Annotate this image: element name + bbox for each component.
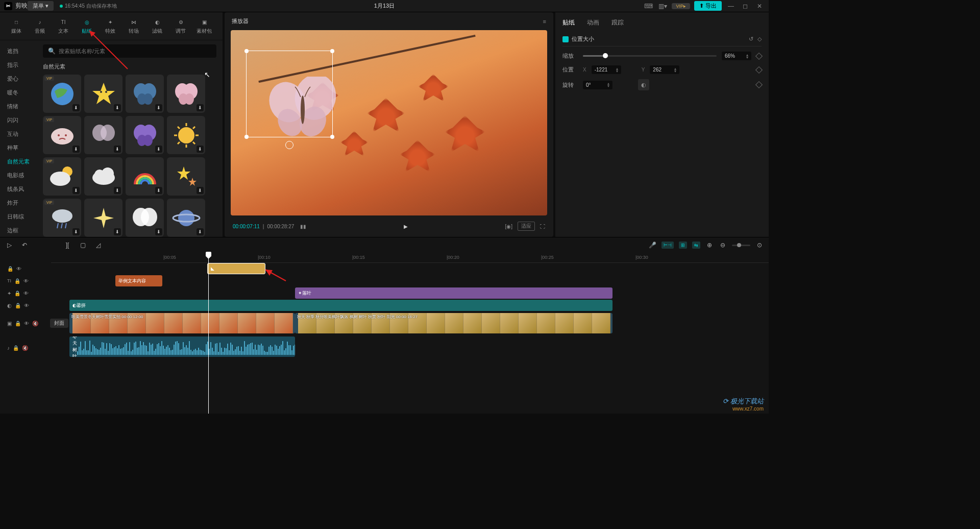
delete-icon[interactable]: ▢ bbox=[79, 241, 87, 249]
category-item[interactable]: 遮挡 bbox=[0, 44, 37, 58]
sticker-item[interactable]: ⬇ bbox=[126, 75, 164, 113]
download-icon[interactable]: ⬇ bbox=[72, 104, 80, 111]
x-input[interactable]: -1221▴▾ bbox=[592, 65, 621, 74]
maximize-icon[interactable]: ◻ bbox=[740, 2, 750, 10]
category-item[interactable]: 种草 bbox=[0, 141, 37, 155]
track-eye-icon[interactable]: 👁 bbox=[24, 321, 29, 326]
top-tab-调节[interactable]: ⚙调节 bbox=[169, 15, 192, 37]
track-lock-icon[interactable]: 🔒 bbox=[15, 303, 21, 308]
snap-icon[interactable]: ⊢⊣ bbox=[662, 242, 674, 249]
split-icon[interactable]: ]​[ bbox=[63, 241, 71, 249]
playhead[interactable] bbox=[208, 253, 209, 414]
section-checkbox[interactable] bbox=[562, 36, 569, 42]
sticker-item[interactable]: ⬇ bbox=[126, 116, 164, 154]
track-lock-icon[interactable]: 🔒 bbox=[14, 278, 20, 284]
sticker-item[interactable]: VIP⬇ bbox=[43, 157, 81, 196]
sticker-item[interactable]: VIP⬇ bbox=[43, 75, 81, 113]
align-icon[interactable]: ⊕ bbox=[705, 241, 714, 249]
top-tab-文本[interactable]: TI文本 bbox=[52, 15, 75, 37]
zoom-fit-icon[interactable]: ⊙ bbox=[755, 241, 764, 249]
download-icon[interactable]: ⬇ bbox=[155, 228, 162, 235]
sticker-item[interactable]: ⬇ bbox=[84, 116, 122, 154]
download-icon[interactable]: ⬇ bbox=[114, 187, 121, 194]
download-icon[interactable]: ⬇ bbox=[155, 146, 162, 153]
top-tab-滤镜[interactable]: ◐滤镜 bbox=[146, 15, 168, 37]
zoom-out-icon[interactable]: ⊖ bbox=[719, 241, 727, 249]
link-icon[interactable]: ⇆ bbox=[692, 242, 700, 249]
download-icon[interactable]: ⬇ bbox=[197, 146, 204, 153]
category-item[interactable]: 自然元素 bbox=[0, 155, 37, 169]
download-icon[interactable]: ⬇ bbox=[114, 104, 121, 111]
category-item[interactable]: 指示 bbox=[0, 58, 37, 72]
rotation-input[interactable]: 0°▴▾ bbox=[583, 81, 612, 89]
scale-slider[interactable] bbox=[583, 55, 717, 57]
download-icon[interactable]: ⬇ bbox=[114, 228, 121, 235]
category-item[interactable]: 爱心 bbox=[0, 72, 37, 86]
export-button[interactable]: ⬆ 导出 bbox=[694, 1, 722, 11]
category-item[interactable]: 互动 bbox=[0, 127, 37, 141]
top-tab-媒体[interactable]: □媒体 bbox=[5, 15, 28, 37]
sticker-item[interactable]: ⬇ bbox=[126, 157, 164, 196]
search-input[interactable] bbox=[59, 48, 211, 54]
track-lock-icon[interactable]: 🔒 bbox=[13, 345, 19, 351]
crop-icon[interactable]: [◉] bbox=[505, 224, 512, 229]
sticker-item[interactable]: ⬇ bbox=[126, 199, 164, 237]
category-item[interactable]: 情绪 bbox=[0, 100, 37, 113]
select-tool-icon[interactable]: ▷ bbox=[5, 241, 13, 249]
zoom-slider[interactable] bbox=[732, 245, 750, 246]
close-icon[interactable]: ✕ bbox=[754, 2, 765, 10]
right-tab[interactable]: 贴纸 bbox=[562, 18, 575, 27]
download-icon[interactable]: ⬇ bbox=[72, 228, 80, 235]
sticker-item[interactable]: ⬇ bbox=[84, 199, 122, 237]
keyframe-icon[interactable] bbox=[755, 81, 763, 88]
top-tab-音频[interactable]: ♪音频 bbox=[29, 15, 51, 37]
mic-icon[interactable]: 🎤 bbox=[648, 241, 656, 249]
search-box[interactable]: 🔍 bbox=[43, 44, 216, 58]
track-eye-icon[interactable]: 👁 bbox=[23, 278, 29, 284]
fullscreen-icon[interactable]: ⛶ bbox=[540, 224, 545, 229]
track-lock-icon[interactable]: 🔒 bbox=[14, 291, 20, 296]
category-item[interactable]: 边框 bbox=[0, 224, 37, 237]
top-tab-素材包[interactable]: ▣素材包 bbox=[193, 15, 215, 37]
sticker-item[interactable]: ⬇ bbox=[167, 75, 205, 113]
effect-clip[interactable]: ✦ 落叶 bbox=[295, 287, 612, 299]
keyframe-section-icon[interactable]: ◇ bbox=[757, 36, 762, 42]
download-icon[interactable]: ⬇ bbox=[197, 228, 204, 235]
play-button[interactable]: ▶ bbox=[404, 224, 408, 229]
layout-icon[interactable]: ▥▾ bbox=[657, 2, 668, 10]
download-icon[interactable]: ⬇ bbox=[155, 187, 162, 194]
sticker-clip[interactable]: ◣ bbox=[207, 263, 265, 274]
track-lock-icon[interactable]: 🔒 bbox=[7, 266, 13, 272]
undo-icon[interactable]: ↶ bbox=[20, 241, 29, 249]
mirror-icon[interactable]: ◿ bbox=[94, 241, 102, 249]
ruler[interactable]: |00:05|00:10|00:15|00:20|00:25|00:30 bbox=[51, 253, 769, 263]
track-mute-icon[interactable]: 🔇 bbox=[22, 345, 28, 351]
category-item[interactable]: 暖冬 bbox=[0, 86, 37, 100]
top-tab-贴纸[interactable]: ◎贴纸 bbox=[76, 15, 98, 37]
sticker-item[interactable]: VIP⬇ bbox=[43, 199, 81, 237]
track-eye-icon[interactable]: 👁 bbox=[16, 266, 21, 272]
category-item[interactable]: 闪闪 bbox=[0, 113, 37, 127]
selection-box[interactable] bbox=[246, 51, 333, 137]
right-tab[interactable]: 跟踪 bbox=[611, 18, 624, 27]
sticker-item[interactable]: VIP⬇ bbox=[43, 116, 81, 154]
track-eye-icon[interactable]: 👁 bbox=[23, 291, 29, 296]
keyframe-icon[interactable] bbox=[755, 66, 763, 73]
video-clip-1[interactable]: 唯美雪景冬天树叶雪景实拍 00:00:12:00 bbox=[69, 313, 295, 333]
download-icon[interactable]: ⬇ bbox=[72, 146, 80, 153]
sticker-item[interactable]: ⬇ bbox=[167, 116, 205, 154]
download-icon[interactable]: ⬇ bbox=[72, 187, 80, 194]
category-item[interactable]: 日韩综 bbox=[0, 210, 37, 224]
compare-icon[interactable]: ▮▮ bbox=[300, 224, 306, 229]
top-tab-特效[interactable]: ✦特效 bbox=[99, 15, 121, 37]
download-icon[interactable]: ⬇ bbox=[155, 104, 162, 111]
track-lock-icon[interactable]: 🔒 bbox=[15, 321, 21, 326]
ratio-button[interactable]: 适应 bbox=[518, 222, 535, 231]
text-clip[interactable]: 举例文本内容 bbox=[115, 275, 162, 286]
video-clip-2[interactable]: 秋天 秋季 秋分唯美枫叶飘落 枫树 树叶 秋意 秋叶 阳光 00:00:16:2… bbox=[295, 313, 612, 333]
category-item[interactable]: 线条风 bbox=[0, 182, 37, 196]
butterfly-sticker[interactable] bbox=[267, 77, 344, 143]
flip-h-icon[interactable]: ◐ bbox=[638, 79, 649, 90]
keyframe-icon[interactable] bbox=[755, 52, 763, 59]
preview-axis-icon[interactable]: ⊞ bbox=[679, 242, 687, 249]
